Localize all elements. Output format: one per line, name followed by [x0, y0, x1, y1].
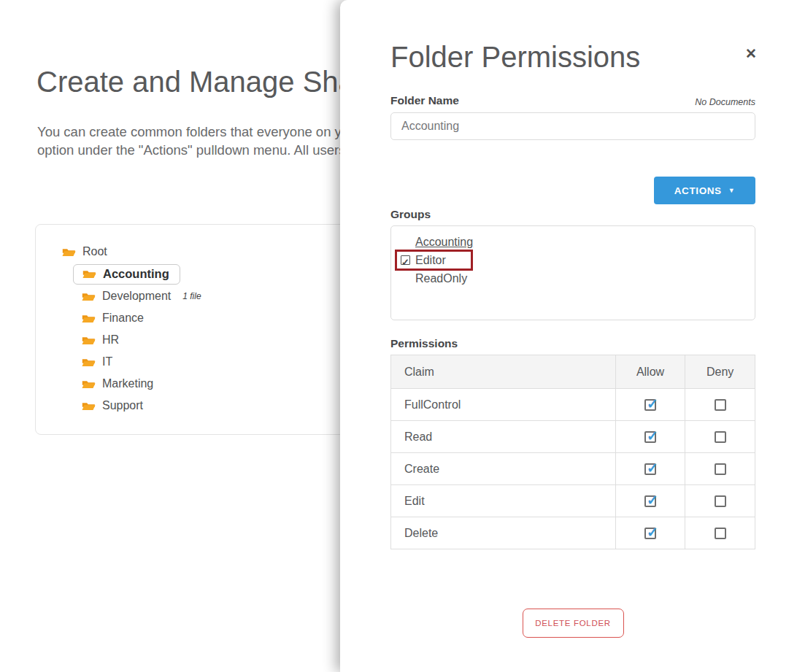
selected-folder-box[interactable]: Accounting: [73, 264, 180, 285]
table-header-row: Claim Allow Deny: [391, 355, 755, 389]
allow-checkbox[interactable]: [644, 495, 656, 507]
folder-name-input[interactable]: [390, 112, 755, 140]
table-row: FullControl: [391, 389, 755, 421]
folder-icon: [82, 401, 96, 412]
group-checkbox[interactable]: [401, 255, 410, 265]
table-row: Edit: [391, 485, 755, 517]
folder-icon: [82, 291, 96, 302]
claim-cell: Read: [391, 421, 616, 453]
deny-checkbox[interactable]: [715, 399, 726, 411]
close-icon[interactable]: ✕: [745, 47, 757, 61]
folder-icon: [82, 269, 96, 279]
tree-item-label: Accounting: [103, 267, 169, 281]
group-item-editor[interactable]: Editor: [391, 251, 755, 269]
folder-icon: [82, 357, 96, 368]
table-row: Create: [391, 453, 755, 485]
table-row: Delete: [391, 517, 755, 549]
file-count-note: 1 file: [182, 291, 201, 301]
allow-checkbox[interactable]: [644, 431, 656, 443]
column-header-claim: Claim: [391, 355, 616, 389]
deny-checkbox[interactable]: [715, 495, 726, 507]
tree-item-label: Marketing: [102, 377, 153, 390]
column-header-allow: Allow: [615, 355, 685, 389]
folder-permissions-panel: ✕ Folder Permissions Folder Name No Docu…: [340, 0, 797, 672]
permissions-table: Claim Allow Deny FullControl Read Crea: [390, 355, 755, 549]
group-item-label: Editor: [415, 254, 446, 266]
page-title: Create and Manage Shar: [36, 65, 364, 99]
groups-label: Groups: [390, 208, 755, 221]
folder-icon: [82, 379, 96, 390]
claim-cell: Delete: [391, 517, 616, 549]
claim-cell: Edit: [391, 485, 616, 517]
panel-title: Folder Permissions: [390, 40, 755, 74]
allow-checkbox[interactable]: [644, 463, 656, 475]
folder-icon: [62, 247, 76, 258]
page-description: You can create common folders that every…: [37, 123, 387, 159]
folder-icon: [82, 313, 96, 324]
tree-item-label: Root: [82, 245, 107, 258]
actions-button-label: ACTIONS: [674, 185, 722, 196]
group-item-label: Accounting: [415, 236, 473, 248]
allow-checkbox[interactable]: [644, 399, 656, 411]
group-item-readonly[interactable]: ReadOnly: [391, 269, 755, 287]
tree-item-label: Development: [102, 290, 171, 303]
allow-checkbox[interactable]: [644, 528, 656, 539]
deny-checkbox[interactable]: [715, 463, 726, 475]
tree-item-label: IT: [102, 355, 112, 368]
folder-name-field-header: Folder Name No Documents: [390, 94, 755, 107]
deny-checkbox[interactable]: [715, 528, 726, 539]
table-row: Read: [391, 421, 755, 453]
page-description-line1: You can create common folders that every…: [37, 123, 387, 142]
deny-checkbox[interactable]: [715, 431, 726, 443]
group-item-accounting[interactable]: Accounting: [391, 233, 755, 251]
groups-listbox: Accounting Editor ReadOnly: [390, 225, 755, 320]
permissions-label: Permissions: [390, 337, 755, 350]
folder-name-label: Folder Name: [390, 94, 459, 107]
folder-icon: [82, 335, 96, 346]
tree-item-label: Finance: [102, 312, 144, 325]
group-item-label: ReadOnly: [415, 272, 467, 285]
delete-folder-button[interactable]: DELETE FOLDER: [523, 609, 624, 638]
chevron-down-icon: ▼: [728, 188, 736, 194]
screen: Create and Manage Shar You can create co…: [0, 0, 797, 672]
tree-item-label: Support: [102, 399, 143, 412]
no-documents-hint: No Documents: [695, 97, 755, 107]
actions-button[interactable]: ACTIONS ▼: [654, 177, 755, 204]
page-description-line2: option under the "Actions" pulldown menu…: [37, 142, 387, 160]
claim-cell: Create: [391, 453, 616, 485]
claim-cell: FullControl: [391, 389, 616, 421]
tree-item-label: HR: [102, 333, 119, 347]
column-header-deny: Deny: [685, 355, 755, 389]
